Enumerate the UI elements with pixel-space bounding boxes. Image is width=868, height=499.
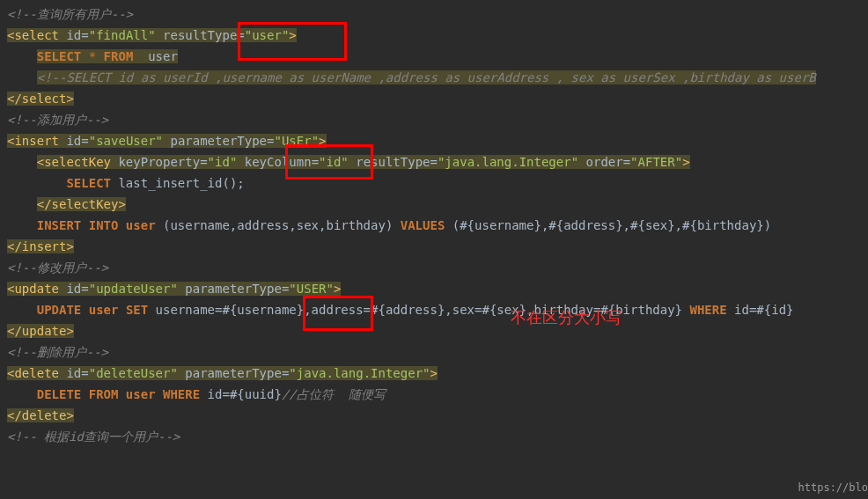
annotation-text: 不在区分大小写	[511, 304, 622, 332]
code-line: SELECT * FROM user	[0, 46, 868, 67]
comment: <!--查询所有用户-->	[7, 7, 133, 21]
code-line: UPDATE user SET username=#{username},add…	[0, 299, 868, 320]
code-line: </select>	[0, 88, 868, 109]
code-line: <!--修改用户-->	[0, 257, 868, 278]
code-line: SELECT last_insert_id();	[0, 172, 868, 194]
code-line: </insert>	[0, 236, 868, 257]
code-line: <!-- 根据id查询一个用户-->	[0, 426, 868, 447]
code-line: <delete id="deleteUser" parameterType="j…	[0, 363, 868, 384]
code-line: </update>	[0, 320, 868, 341]
code-line: <selectKey keyProperty="id" keyColumn="i…	[0, 151, 868, 172]
code-line: </delete>	[0, 405, 868, 426]
code-line: <select id="findAll" resultType="user">	[0, 25, 868, 46]
code-line: <!--查询所有用户-->	[0, 4, 868, 25]
code-line: <!--删除用户-->	[0, 341, 868, 363]
watermark: https://blo	[798, 479, 868, 497]
code-line: DELETE FROM user WHERE id=#{uuid}//占位符 随…	[0, 384, 868, 405]
code-line: INSERT INTO user (username,address,sex,b…	[0, 215, 868, 236]
code-line: <insert id="saveUser" parameterType="UsE…	[0, 130, 868, 151]
code-line: <!--SELECT id as userId ,username as use…	[0, 67, 868, 88]
code-line: </selectKey>	[0, 194, 868, 215]
code-line: <!--添加用户-->	[0, 109, 868, 130]
code-line: <update id="updateUser" parameterType="U…	[0, 278, 868, 299]
